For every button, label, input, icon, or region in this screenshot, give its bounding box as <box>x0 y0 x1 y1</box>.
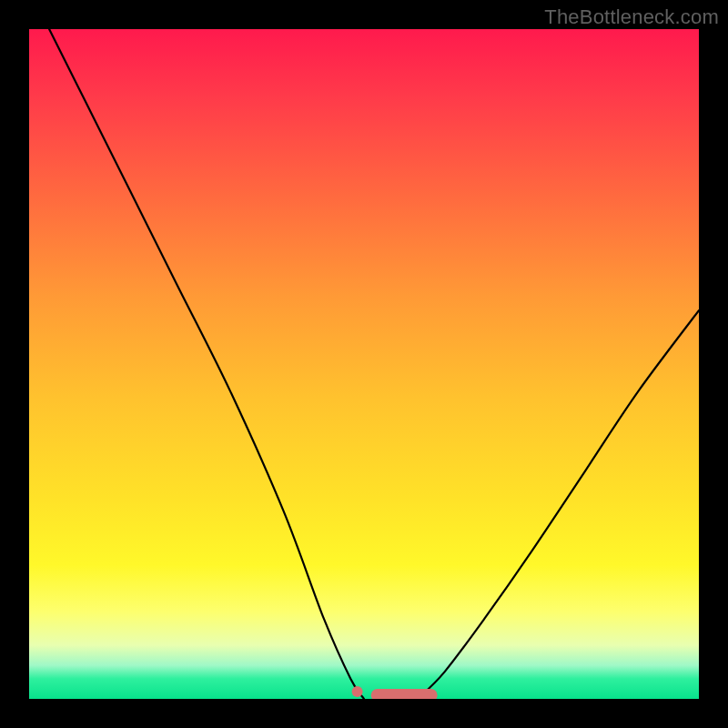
chart-plot-area <box>29 29 699 699</box>
bottom-markers <box>352 686 431 697</box>
bottom-marker-dot <box>352 686 363 697</box>
curve-right <box>418 310 699 699</box>
chart-svg <box>29 29 699 699</box>
curve-left <box>49 29 364 699</box>
chart-frame: TheBottleneck.com <box>0 0 728 728</box>
watermark-text: TheBottleneck.com <box>544 5 719 29</box>
